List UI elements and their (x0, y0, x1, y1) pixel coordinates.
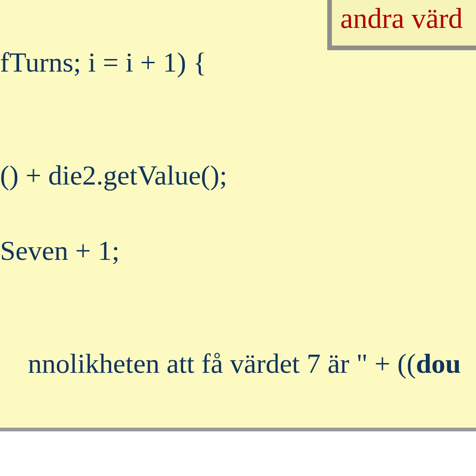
code-line-1: fTurns; i = i + 1) { (0, 47, 206, 78)
slide-body: generaliser andra värd fTurns; i = i + 1… (0, 0, 476, 431)
code-line-4: () + die2.getValue(); (0, 160, 227, 191)
code-line-8a: nnolikheten att få värdet 7 är " + (( (28, 348, 416, 379)
code-line-6: Seven + 1; (0, 235, 119, 266)
callout-line-2: andra värd (340, 2, 463, 34)
code-keyword: dou (416, 348, 461, 379)
code-block: Seven + 1; (0, 232, 119, 270)
code-block: nnolikheten att få värdet 7 är " + ((dou (0, 307, 461, 420)
code-block: fTurns; i = i + 1) { (0, 44, 206, 81)
callout-box: generaliser andra värd (327, 0, 476, 50)
code-block: () + die2.getValue(); (0, 157, 227, 194)
